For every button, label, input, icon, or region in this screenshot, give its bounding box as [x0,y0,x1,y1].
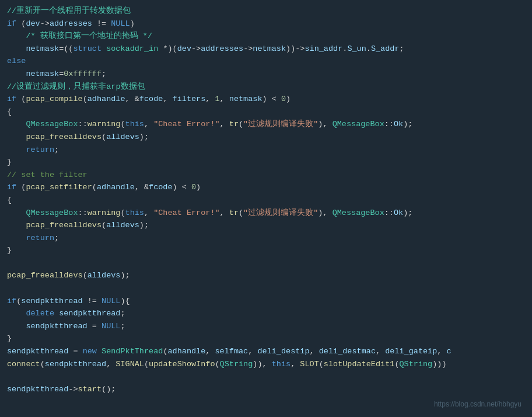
code-line: connect(sendpktthread, SIGNAL(updateShow… [7,358,525,371]
code-line: pcap_freealldevs(alldevs); [7,131,525,144]
code-line: pcap_freealldevs(alldevs); [7,269,525,282]
code-line: } [7,244,525,257]
code-line: { [7,194,525,207]
code-line: netmask=((struct sockaddr_in *)(dev->add… [7,43,525,55]
code-line: } [7,156,525,169]
code-line: sendpktthread = new SendPktThread(adhand… [7,345,525,358]
code-line [7,282,525,295]
code-line: QMessageBox::warning(this, "Cheat Error!… [7,207,525,220]
code-line: return; [7,144,525,157]
code-line: //设置过滤规则，只捕获非arp数据包 [7,81,525,93]
code-line [7,370,525,383]
code-line: //重新开一个线程用于转发数据包 [7,5,525,18]
watermark: https://blog.csdn.net/hbhgyu [434,399,522,410]
code-line: { [7,106,525,119]
code-line: if (pcap_compile(adhandle, &fcode, filte… [7,93,525,106]
code-line: pcap_freealldevs(alldevs); [7,219,525,232]
code-line: sendpktthread->start(); [7,383,525,396]
code-line: /* 获取接口第一个地址的掩码 */ [7,30,525,43]
code-line: // set the filter [7,169,525,182]
code-line: delete sendpktthread; [7,307,525,320]
code-editor: //重新开一个线程用于转发数据包if (dev->addresses != NU… [7,5,525,395]
code-line: else [7,55,525,68]
code-line: return; [7,232,525,245]
code-line: sendpktthread = NULL; [7,320,525,333]
code-line: if(sendpktthread != NULL){ [7,295,525,308]
code-line: netmask=0xffffff; [7,68,525,81]
code-line: if (pcap_setfilter(adhandle, &fcode) < 0… [7,181,525,194]
code-line: QMessageBox::warning(this, "Cheat Error!… [7,118,525,131]
code-line [7,257,525,270]
code-line: if (dev->addresses != NULL) [7,18,525,30]
code-line: } [7,332,525,345]
